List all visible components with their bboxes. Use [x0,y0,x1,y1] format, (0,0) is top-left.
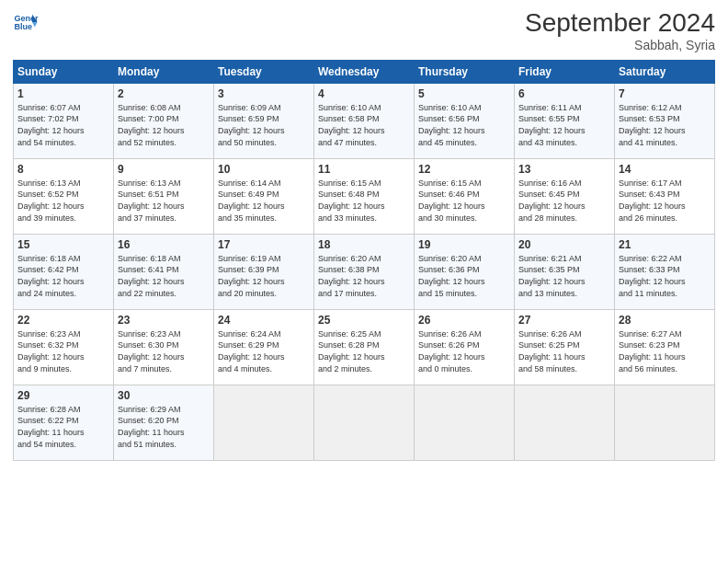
calendar-cell: 6Sunrise: 6:11 AM Sunset: 6:55 PM Daylig… [515,83,615,158]
day-detail: Sunrise: 6:13 AM Sunset: 6:51 PM Dayligh… [118,178,210,224]
day-number: 16 [118,238,210,251]
day-number: 18 [318,238,410,251]
day-detail: Sunrise: 6:23 AM Sunset: 6:32 PM Dayligh… [17,328,109,374]
day-number: 24 [218,314,310,327]
calendar-container: General Blue September 2024 Sabbah, Syri… [0,0,728,563]
calendar-cell: 30Sunrise: 6:29 AM Sunset: 6:20 PM Dayli… [114,385,214,460]
day-detail: Sunrise: 6:12 AM Sunset: 6:53 PM Dayligh… [619,102,711,148]
month-title: September 2024 [525,9,715,38]
day-detail: Sunrise: 6:09 AM Sunset: 6:59 PM Dayligh… [218,102,310,148]
day-number: 8 [17,163,109,176]
day-number: 12 [418,163,510,176]
day-number: 30 [118,389,210,402]
calendar-cell: 1Sunrise: 6:07 AM Sunset: 7:02 PM Daylig… [14,83,114,158]
logo: General Blue [13,9,39,35]
week-row-2: 8Sunrise: 6:13 AM Sunset: 6:52 PM Daylig… [14,158,715,234]
day-number: 15 [17,238,109,251]
week-row-3: 15Sunrise: 6:18 AM Sunset: 6:42 PM Dayli… [14,234,715,309]
day-detail: Sunrise: 6:28 AM Sunset: 6:22 PM Dayligh… [17,404,109,450]
calendar-cell: 19Sunrise: 6:20 AM Sunset: 6:36 PM Dayli… [415,234,515,309]
calendar-body: 1Sunrise: 6:07 AM Sunset: 7:02 PM Daylig… [14,83,715,460]
day-number: 6 [518,87,610,100]
day-detail: Sunrise: 6:29 AM Sunset: 6:20 PM Dayligh… [118,404,210,450]
day-detail: Sunrise: 6:20 AM Sunset: 6:36 PM Dayligh… [418,253,510,299]
calendar-cell [515,385,615,460]
calendar-cell: 25Sunrise: 6:25 AM Sunset: 6:28 PM Dayli… [314,309,415,385]
day-header-friday: Friday [515,60,615,83]
week-row-5: 29Sunrise: 6:28 AM Sunset: 6:22 PM Dayli… [14,385,715,460]
day-number: 14 [619,163,711,176]
calendar-cell: 10Sunrise: 6:14 AM Sunset: 6:49 PM Dayli… [214,158,314,234]
calendar-cell: 17Sunrise: 6:19 AM Sunset: 6:39 PM Dayli… [214,234,314,309]
calendar-cell [314,385,415,460]
day-number: 17 [218,238,310,251]
day-detail: Sunrise: 6:07 AM Sunset: 7:02 PM Dayligh… [17,102,109,148]
title-block: September 2024 Sabbah, Syria [525,9,715,52]
day-detail: Sunrise: 6:10 AM Sunset: 6:58 PM Dayligh… [318,102,410,148]
day-number: 1 [17,87,109,100]
calendar-cell: 7Sunrise: 6:12 AM Sunset: 6:53 PM Daylig… [615,83,715,158]
week-row-4: 22Sunrise: 6:23 AM Sunset: 6:32 PM Dayli… [14,309,715,385]
logo-icon: General Blue [13,9,39,35]
day-detail: Sunrise: 6:24 AM Sunset: 6:29 PM Dayligh… [218,328,310,374]
calendar-cell: 13Sunrise: 6:16 AM Sunset: 6:45 PM Dayli… [515,158,615,234]
calendar-cell: 28Sunrise: 6:27 AM Sunset: 6:23 PM Dayli… [615,309,715,385]
day-number: 13 [518,163,610,176]
day-number: 2 [118,87,210,100]
day-number: 27 [518,314,610,327]
day-detail: Sunrise: 6:10 AM Sunset: 6:56 PM Dayligh… [418,102,510,148]
calendar-cell: 18Sunrise: 6:20 AM Sunset: 6:38 PM Dayli… [314,234,415,309]
week-row-1: 1Sunrise: 6:07 AM Sunset: 7:02 PM Daylig… [14,83,715,158]
calendar-cell: 20Sunrise: 6:21 AM Sunset: 6:35 PM Dayli… [515,234,615,309]
header: General Blue September 2024 Sabbah, Syri… [13,9,715,52]
day-detail: Sunrise: 6:17 AM Sunset: 6:43 PM Dayligh… [619,178,711,224]
location: Sabbah, Syria [525,38,715,52]
day-header-wednesday: Wednesday [314,60,415,83]
day-detail: Sunrise: 6:22 AM Sunset: 6:33 PM Dayligh… [619,253,711,299]
day-number: 29 [17,389,109,402]
days-header-row: SundayMondayTuesdayWednesdayThursdayFrid… [14,60,715,83]
day-detail: Sunrise: 6:27 AM Sunset: 6:23 PM Dayligh… [619,328,711,374]
day-number: 5 [418,87,510,100]
day-number: 7 [619,87,711,100]
day-number: 21 [619,238,711,251]
calendar-cell [214,385,314,460]
day-header-tuesday: Tuesday [214,60,314,83]
day-number: 11 [318,163,410,176]
calendar-cell: 3Sunrise: 6:09 AM Sunset: 6:59 PM Daylig… [214,83,314,158]
day-header-thursday: Thursday [415,60,515,83]
calendar-cell: 9Sunrise: 6:13 AM Sunset: 6:51 PM Daylig… [114,158,214,234]
day-detail: Sunrise: 6:23 AM Sunset: 6:30 PM Dayligh… [118,328,210,374]
calendar-cell [415,385,515,460]
day-detail: Sunrise: 6:16 AM Sunset: 6:45 PM Dayligh… [518,178,610,224]
day-number: 20 [518,238,610,251]
calendar-cell: 29Sunrise: 6:28 AM Sunset: 6:22 PM Dayli… [14,385,114,460]
calendar-cell: 8Sunrise: 6:13 AM Sunset: 6:52 PM Daylig… [14,158,114,234]
calendar-cell: 23Sunrise: 6:23 AM Sunset: 6:30 PM Dayli… [114,309,214,385]
day-detail: Sunrise: 6:15 AM Sunset: 6:46 PM Dayligh… [418,178,510,224]
calendar-cell: 21Sunrise: 6:22 AM Sunset: 6:33 PM Dayli… [615,234,715,309]
calendar-cell: 16Sunrise: 6:18 AM Sunset: 6:41 PM Dayli… [114,234,214,309]
day-detail: Sunrise: 6:20 AM Sunset: 6:38 PM Dayligh… [318,253,410,299]
calendar-cell: 24Sunrise: 6:24 AM Sunset: 6:29 PM Dayli… [214,309,314,385]
day-number: 25 [318,314,410,327]
calendar-cell: 11Sunrise: 6:15 AM Sunset: 6:48 PM Dayli… [314,158,415,234]
day-number: 28 [619,314,711,327]
day-detail: Sunrise: 6:18 AM Sunset: 6:42 PM Dayligh… [17,253,109,299]
calendar-table: SundayMondayTuesdayWednesdayThursdayFrid… [13,60,715,461]
day-header-saturday: Saturday [615,60,715,83]
day-detail: Sunrise: 6:15 AM Sunset: 6:48 PM Dayligh… [318,178,410,224]
day-number: 22 [17,314,109,327]
day-number: 19 [418,238,510,251]
day-detail: Sunrise: 6:18 AM Sunset: 6:41 PM Dayligh… [118,253,210,299]
day-header-sunday: Sunday [14,60,114,83]
calendar-cell [615,385,715,460]
day-number: 23 [118,314,210,327]
day-number: 26 [418,314,510,327]
svg-text:Blue: Blue [14,22,32,31]
day-number: 4 [318,87,410,100]
day-detail: Sunrise: 6:13 AM Sunset: 6:52 PM Dayligh… [17,178,109,224]
day-detail: Sunrise: 6:21 AM Sunset: 6:35 PM Dayligh… [518,253,610,299]
day-number: 9 [118,163,210,176]
day-header-monday: Monday [114,60,214,83]
